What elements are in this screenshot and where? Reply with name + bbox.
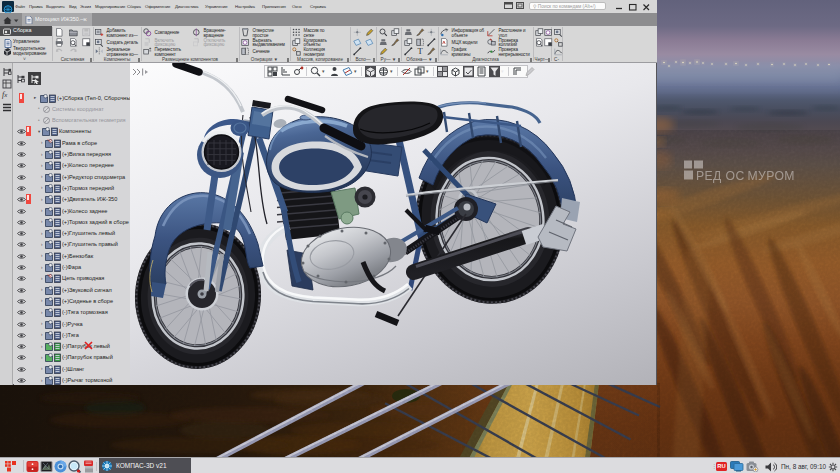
svg-text:T: T (417, 47, 423, 56)
